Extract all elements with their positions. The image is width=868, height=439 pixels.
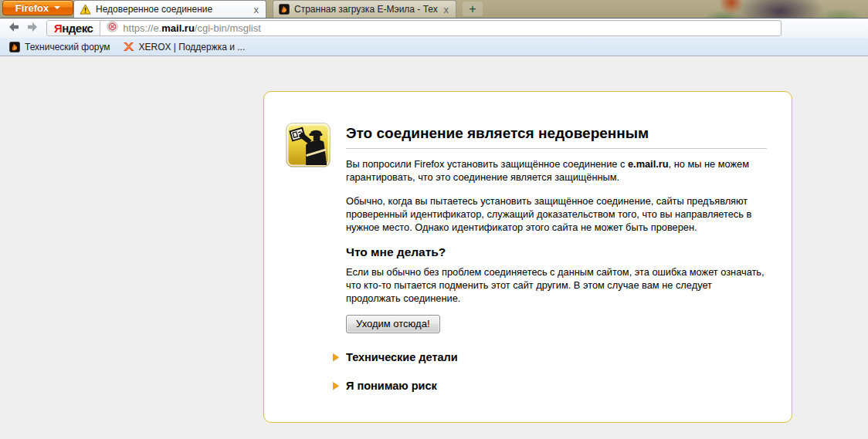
url-domain: mail.ru xyxy=(161,22,195,34)
address-bar[interactable]: Я ндекс https://e.mail.ru/cgi-bin/msglis… xyxy=(46,20,782,36)
forum-favicon-icon xyxy=(279,4,290,15)
passport-officer-icon xyxy=(286,123,331,171)
technical-details-expander[interactable]: Технические детали xyxy=(333,351,767,363)
bookmark-label: XEROX | Поддержка и ... xyxy=(139,42,246,52)
browser-window: Firefox Недоверенное соединение x xyxy=(0,0,868,439)
bookmark-technical-forum[interactable]: Технический форум xyxy=(3,38,117,56)
navigation-bar: Я ндекс https://e.mail.ru/cgi-bin/msglis… xyxy=(0,18,868,38)
bookmark-xerox-support[interactable]: XEROX | Поддержка и ... xyxy=(117,38,252,56)
paragraph-advice: Если вы обычно без проблем соединяетесь … xyxy=(346,265,767,305)
yandex-logo: Я xyxy=(54,22,62,35)
page-title: Это соединение является недоверенным xyxy=(346,124,767,149)
tab-title: Недоверенное соединение xyxy=(96,4,248,15)
site-favicon-icon xyxy=(107,21,118,35)
tab-untrusted-connection[interactable]: Недоверенное соединение x xyxy=(73,0,266,18)
new-tab-button[interactable]: + xyxy=(463,2,483,16)
close-icon[interactable]: x xyxy=(442,5,451,15)
forward-button[interactable] xyxy=(26,22,39,35)
site-domain: e.mail.ru xyxy=(628,158,669,170)
i-understand-risks-expander[interactable]: Я понимаю риск xyxy=(333,380,767,392)
firefox-menu-label: Firefox xyxy=(15,2,49,14)
chevron-down-icon xyxy=(54,6,60,9)
page-viewport: Это соединение является недоверенным Вы … xyxy=(0,56,868,439)
xerox-favicon-icon xyxy=(123,42,134,52)
expander-label: Технические детали xyxy=(346,351,458,363)
yandex-bar-button[interactable]: Я ндекс xyxy=(47,21,100,35)
get-me-out-button[interactable]: Уходим отсюда! xyxy=(346,315,440,333)
back-button[interactable] xyxy=(8,22,20,35)
paragraph-explanation: Обычно, когда вы пытаетесь установить за… xyxy=(346,194,767,234)
firefox-menu-button[interactable]: Firefox xyxy=(2,0,73,15)
tab-strip: Firefox Недоверенное соединение x xyxy=(0,0,868,18)
url-path: /cgi-bin/msglist xyxy=(195,22,261,34)
warning-icon xyxy=(80,4,91,15)
untrusted-connection-panel: Это соединение является недоверенным Вы … xyxy=(263,91,792,423)
error-text-column: Это соединение является недоверенным Вы … xyxy=(346,124,767,392)
tab-strange-email-load[interactable]: Странная загрузка Е-Мэила - Техни... x xyxy=(273,0,456,18)
bookmark-label: Технический форум xyxy=(25,42,110,52)
forum-favicon-icon xyxy=(9,42,20,52)
url-text: https://e.mail.ru/cgi-bin/msglist xyxy=(123,22,260,34)
expander-label: Я понимаю риск xyxy=(346,380,437,392)
url-scheme: https://e. xyxy=(123,22,161,34)
expander-arrow-icon xyxy=(333,353,339,361)
tab-title: Странная загрузка Е-Мэила - Техни... xyxy=(294,4,438,15)
paragraph-request: Вы попросили Firefox установить защищённ… xyxy=(346,157,767,184)
bookmarks-bar: Технический форум XEROX | Поддержка и ..… xyxy=(0,38,868,56)
expander-arrow-icon xyxy=(333,382,339,390)
what-to-do-heading: Что мне делать? xyxy=(346,245,767,259)
close-icon[interactable]: x xyxy=(253,5,261,15)
